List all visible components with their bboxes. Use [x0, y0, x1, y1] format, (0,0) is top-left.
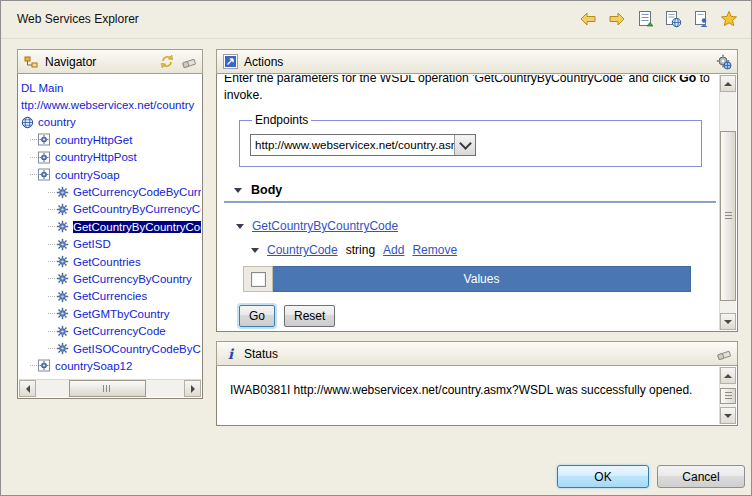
tree-item-label[interactable]: GetCurrencies: [73, 290, 147, 302]
browser-page-icon[interactable]: [662, 8, 683, 29]
scroll-thumb[interactable]: [720, 388, 736, 404]
go-button[interactable]: Go: [239, 305, 275, 327]
navigator-title: Navigator: [45, 55, 96, 69]
binding-icon: [38, 359, 52, 372]
tree-item-label[interactable]: GetCurrencyCodeByCurrenc: [73, 186, 201, 198]
tree-item[interactable]: countrySoap: [19, 166, 201, 183]
clear-icon[interactable]: [715, 346, 732, 362]
operation-icon: [56, 238, 70, 251]
tree-item-label[interactable]: countrySoap12: [55, 360, 132, 372]
info-icon: i: [222, 346, 239, 362]
action-buttons: Go Reset: [239, 305, 719, 327]
scroll-down-icon[interactable]: [720, 407, 736, 424]
tree-item[interactable]: GetISD: [19, 236, 201, 253]
favorites-icon[interactable]: [718, 8, 739, 29]
clear-icon[interactable]: [180, 54, 197, 70]
navigator-horizontal-scrollbar[interactable]: [19, 379, 201, 397]
instruction-text: Enter the parameters for the WSDL operat…: [224, 75, 718, 104]
tree-item[interactable]: GetISOCountryCodeByCoun: [19, 340, 201, 357]
tree-item[interactable]: GetCountries: [19, 253, 201, 270]
parameter-type: string: [346, 243, 375, 257]
gear-globe-icon[interactable]: [715, 54, 732, 70]
collapse-parameter-icon[interactable]: [251, 248, 259, 253]
endpoint-selected-value: http://www.webservicex.net/country.asmx: [251, 135, 454, 155]
back-icon[interactable]: [578, 8, 599, 29]
status-message: IWAB0381I http://www.webservicex.net/cou…: [217, 366, 737, 397]
tree-item-label[interactable]: countryHttpPost: [55, 151, 137, 163]
endpoints-group: Endpoints http://www.webservicex.net/cou…: [239, 113, 702, 167]
tree-item-label[interactable]: GetISD: [73, 238, 111, 250]
scroll-up-icon[interactable]: [720, 75, 736, 92]
tree-item[interactable]: countryHttpGet: [19, 131, 201, 148]
tree-item[interactable]: DL Main: [19, 79, 201, 96]
operation-icon: [56, 325, 70, 338]
scroll-thumb[interactable]: [69, 380, 146, 397]
navigator-tree[interactable]: DL Main ttp://www.webservicex.net/countr…: [19, 75, 201, 380]
forward-icon[interactable]: [606, 8, 627, 29]
binding-icon: [38, 133, 52, 146]
navigator-body: DL Main ttp://www.webservicex.net/countr…: [17, 74, 203, 399]
combo-dropdown-icon[interactable]: [454, 135, 475, 155]
collapse-body-icon[interactable]: [234, 188, 242, 193]
tree-item-label[interactable]: GetCurrencyByCountry: [73, 273, 192, 285]
values-table: Values: [243, 266, 691, 292]
actions-body: Enter the parameters for the WSDL operat…: [216, 74, 738, 332]
values-column-header: Values: [273, 266, 691, 292]
refresh-icon[interactable]: [158, 54, 175, 70]
scroll-down-icon[interactable]: [720, 313, 736, 330]
parameter-link[interactable]: CountryCode: [267, 243, 338, 257]
tree-item[interactable]: GetCurrencyByCountry: [19, 270, 201, 287]
reset-button[interactable]: Reset: [284, 305, 335, 327]
actions-icon: [222, 54, 239, 70]
toolbar: [578, 8, 739, 29]
actions-panel: Actions Enter the parameters for the WSD…: [216, 49, 738, 332]
tree-item[interactable]: GetCurrencyCode: [19, 322, 201, 339]
operation-row: GetCountryByCountryCode: [236, 219, 719, 233]
cancel-button[interactable]: Cancel: [657, 465, 745, 488]
tree-item[interactable]: ttp://www.webservicex.net/country: [19, 96, 201, 113]
select-all-checkbox[interactable]: [251, 272, 266, 287]
operation-link[interactable]: GetCountryByCountryCode: [252, 219, 398, 233]
ok-button[interactable]: OK: [557, 465, 649, 488]
tree-item[interactable]: countrySoap12: [19, 357, 201, 374]
launch-wse-icon[interactable]: [690, 8, 711, 29]
tree-item[interactable]: country: [19, 114, 201, 131]
operation-icon: [56, 342, 70, 355]
actions-vertical-scrollbar[interactable]: [719, 75, 736, 330]
tree-item-label[interactable]: ttp://www.webservicex.net/country: [21, 99, 194, 111]
tree-item[interactable]: GetCurrencyCodeByCurrenc: [19, 183, 201, 200]
tree-item-label[interactable]: GetCountries: [73, 256, 141, 268]
tree-item-label[interactable]: GetCountryByCountryCode: [73, 221, 201, 233]
add-link[interactable]: Add: [383, 243, 404, 257]
window-title: Web Services Explorer: [17, 12, 139, 26]
tree-item[interactable]: GetCountryByCurrencyCod: [19, 201, 201, 218]
collapse-operation-icon[interactable]: [236, 224, 244, 229]
tree-item-label[interactable]: GetCurrencyCode: [73, 325, 166, 337]
form-view-icon[interactable]: [634, 8, 655, 29]
remove-link[interactable]: Remove: [412, 243, 457, 257]
operation-icon: [56, 307, 70, 320]
tree-item-label[interactable]: GetGMTbyCountry: [73, 308, 170, 320]
tree-item-label[interactable]: DL Main: [21, 82, 63, 94]
scroll-track[interactable]: [36, 380, 184, 397]
operation-icon: [56, 186, 70, 199]
scroll-left-icon[interactable]: [19, 380, 36, 397]
tree-item-label[interactable]: countryHttpGet: [55, 134, 132, 146]
scroll-thumb[interactable]: [720, 131, 736, 301]
tree-item-label[interactable]: countrySoap: [55, 169, 120, 181]
tree-item-label[interactable]: GetCountryByCurrencyCod: [73, 203, 201, 215]
tree-item[interactable]: GetCurrencies: [19, 288, 201, 305]
endpoints-legend: Endpoints: [252, 113, 311, 127]
select-all-cell: [243, 266, 273, 292]
tree-item[interactable]: GetCountryByCountryCode: [19, 218, 201, 235]
tree-item[interactable]: countryHttpPost: [19, 149, 201, 166]
tree-item[interactable]: GetGMTbyCountry: [19, 305, 201, 322]
endpoint-select[interactable]: http://www.webservicex.net/country.asmx: [250, 134, 476, 156]
tree-item-label[interactable]: country: [38, 116, 76, 128]
tree-item-label[interactable]: GetISOCountryCodeByCoun: [73, 343, 201, 355]
operation-icon: [56, 272, 70, 285]
scroll-up-icon[interactable]: [720, 367, 736, 384]
status-vertical-scrollbar[interactable]: [719, 367, 736, 424]
scroll-right-icon[interactable]: [184, 380, 201, 397]
actions-header: Actions: [216, 49, 738, 74]
